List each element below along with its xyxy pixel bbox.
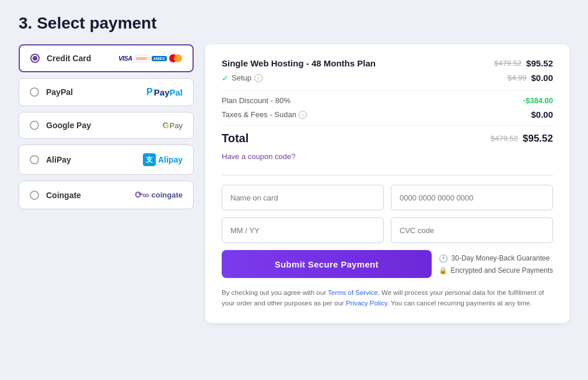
- plan-row: Single Web Hosting - 48 Months Plan $479…: [222, 58, 553, 68]
- payment-option-google-pay[interactable]: Google Pay G Pay: [19, 112, 194, 139]
- submit-payment-button[interactable]: Submit Secure Payment: [222, 250, 432, 278]
- order-summary-panel: Single Web Hosting - 48 Months Plan $479…: [205, 44, 569, 323]
- credit-card-logos: VISA DISC AMEX: [118, 54, 182, 62]
- payment-option-alipay[interactable]: AliPay 支 Alipay: [19, 145, 194, 175]
- money-back-item: 🕐 30-Day Money-Back Guarantee: [439, 254, 553, 263]
- discount-row: Plan Discount - 80% -$384.00: [222, 96, 553, 105]
- expiry-input[interactable]: [222, 217, 384, 243]
- alipay-logo: 支 Alipay: [143, 153, 183, 166]
- radio-coingate: [30, 191, 39, 200]
- paypal-logo: P PayPal: [146, 87, 183, 97]
- radio-google-pay: [30, 121, 39, 130]
- security-info: 🕐 30-Day Money-Back Guarantee 🔒 Encrypte…: [439, 254, 553, 275]
- payment-option-paypal[interactable]: PayPal P PayPal: [19, 78, 194, 106]
- total-label: Total: [222, 132, 249, 145]
- divider-2: [222, 125, 553, 126]
- clock-icon: 🕐: [439, 254, 448, 263]
- coingate-logo: ⟳∞ coingate: [135, 189, 183, 200]
- radio-paypal: [30, 87, 39, 97]
- cvc-input[interactable]: [391, 217, 553, 243]
- page-title: 3. Select payment: [19, 14, 569, 33]
- setup-row: ✓ Setup i $4.99 $0.00: [222, 73, 553, 83]
- google-pay-label: Google Pay: [46, 121, 163, 130]
- total-price-old: $479.52: [491, 134, 518, 143]
- amex-logo: AMEX: [152, 56, 167, 61]
- discount-label: Plan Discount - 80%: [222, 96, 290, 105]
- total-price-new: $95.52: [523, 133, 553, 145]
- terms-text-1: By checking out you agree with our: [222, 289, 328, 296]
- discount-value: -$384.00: [523, 96, 553, 105]
- check-icon: ✓: [222, 73, 229, 83]
- encrypted-item: 🔒 Encrypted and Secure Payments: [439, 266, 553, 275]
- setup-price-old: $4.99: [508, 73, 527, 82]
- terms-text: By checking out you agree with our Terms…: [222, 287, 553, 309]
- privacy-link[interactable]: Privacy Policy: [346, 300, 387, 307]
- discover-logo: DISC: [135, 55, 149, 62]
- visa-logo: VISA: [118, 55, 132, 62]
- payment-option-credit-card[interactable]: Credit Card VISA DISC AMEX: [19, 44, 194, 72]
- form-row-2: [222, 217, 553, 243]
- setup-price-group: $4.99 $0.00: [508, 73, 553, 83]
- plan-price-group: $479.52 $95.52: [494, 58, 553, 68]
- plan-price-old: $479.52: [494, 59, 522, 68]
- radio-credit-card: [30, 54, 40, 63]
- coingate-label: Coingate: [46, 191, 135, 200]
- setup-info-icon[interactable]: i: [254, 74, 262, 82]
- plan-price-new: $95.52: [526, 58, 553, 68]
- taxes-row: Taxes & Fees - Sudan i $0.00: [222, 110, 553, 119]
- taxes-value: $0.00: [531, 110, 553, 119]
- total-price-group: $479.52 $95.52: [491, 133, 553, 145]
- payment-option-coingate[interactable]: Coingate ⟳∞ coingate: [19, 181, 194, 209]
- coupon-link[interactable]: Have a coupon code?: [222, 152, 295, 161]
- form-divider: [222, 175, 553, 175]
- encrypted-text: Encrypted and Secure Payments: [451, 266, 553, 275]
- card-number-input[interactable]: [391, 185, 553, 210]
- setup-price-new: $0.00: [531, 73, 553, 83]
- setup-label: ✓ Setup i: [222, 73, 262, 83]
- taxes-info-icon[interactable]: i: [299, 111, 307, 119]
- radio-alipay: [30, 155, 39, 164]
- plan-name: Single Web Hosting - 48 Months Plan: [222, 58, 376, 68]
- paypal-label: PayPal: [46, 87, 146, 97]
- payment-methods-panel: Credit Card VISA DISC AMEX PayPal P PayP…: [19, 44, 194, 209]
- money-back-text: 30-Day Money-Back Guarantee: [452, 254, 550, 262]
- gpay-logo: G Pay: [163, 121, 183, 130]
- taxes-label: Taxes & Fees - Sudan i: [222, 110, 307, 119]
- terms-text-3: . You can cancel recurring payments at a…: [387, 300, 532, 307]
- divider-1: [222, 90, 553, 90]
- tos-link[interactable]: Terms of Service: [328, 289, 378, 296]
- form-row-bottom: Submit Secure Payment 🕐 30-Day Money-Bac…: [222, 250, 553, 278]
- form-row-1: [222, 185, 553, 210]
- lock-icon: 🔒: [439, 266, 447, 275]
- credit-card-label: Credit Card: [47, 54, 118, 63]
- total-row: Total $479.52 $95.52: [222, 132, 553, 145]
- name-on-card-input[interactable]: [222, 185, 384, 210]
- mastercard-logo: [169, 54, 182, 62]
- alipay-label: AliPay: [46, 155, 143, 164]
